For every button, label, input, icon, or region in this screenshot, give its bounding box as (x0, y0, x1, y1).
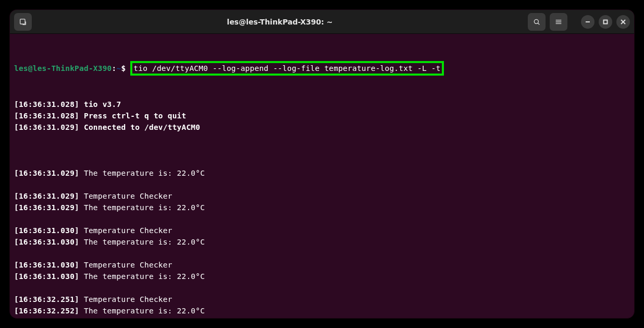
svg-point-3 (534, 19, 538, 23)
output-line: [16:36:32.251] Temperature Checker (14, 294, 630, 305)
output-line: [16:36:31.029] Connected to /dev/ttyACM0 (14, 122, 630, 133)
hamburger-menu-button[interactable] (550, 13, 567, 31)
terminal-body[interactable]: les@les-ThinkPad-X390:~$ tio /dev/ttyACM… (10, 34, 634, 319)
blank-line (14, 282, 630, 294)
blank-line (14, 156, 630, 167)
timestamp: [16:36:31.030] (14, 261, 79, 269)
close-icon (621, 19, 626, 25)
timestamp: [16:36:32.251] (14, 295, 79, 303)
output-line: [16:36:31.028] Press ctrl-t q to quit (14, 110, 630, 122)
maximize-icon (603, 19, 608, 25)
timestamp: [16:36:31.029] (14, 123, 79, 131)
svg-rect-0 (20, 19, 25, 23)
hamburger-icon (554, 18, 563, 26)
timestamp: [16:36:31.030] (14, 238, 79, 246)
svg-rect-9 (604, 20, 608, 23)
output-line: [16:36:31.030] Temperature Checker (14, 259, 630, 271)
output-line: [16:36:31.029] Temperature Checker (14, 190, 630, 202)
output-line: [16:36:31.029] The temperature is: 22.0°… (14, 167, 630, 179)
titlebar: les@les-ThinkPad-X390: ~ (10, 10, 634, 34)
maximize-button[interactable] (599, 15, 612, 29)
terminal-window: les@les-ThinkPad-X390: ~ (9, 9, 635, 319)
highlighted-command: tio /dev/ttyACM0 --log-append --log-file… (130, 61, 443, 76)
window-title: les@les-ThinkPad-X390: ~ (32, 18, 528, 26)
blank-line (14, 179, 630, 190)
output-line: [16:36:31.030] Temperature Checker (14, 225, 630, 236)
svg-line-4 (538, 23, 539, 25)
new-tab-button[interactable] (14, 13, 32, 31)
output-line: [16:36:32.252] The temperature is: 22.0°… (14, 305, 630, 317)
new-tab-icon (19, 18, 27, 26)
prompt-user-host: les@les-ThinkPad-X390 (14, 64, 112, 72)
timestamp: [16:36:31.028] (14, 112, 79, 120)
output-line: [16:36:31.029] The temperature is: 22.0°… (14, 202, 630, 213)
output-line: [16:36:31.030] The temperature is: 22.0°… (14, 236, 630, 248)
blank-line (14, 213, 630, 225)
prompt-dollar: $ (121, 64, 126, 72)
minimize-button[interactable] (581, 15, 595, 29)
timestamp: [16:36:31.029] (14, 169, 79, 177)
timestamp: [16:36:31.030] (14, 226, 79, 235)
close-button[interactable] (616, 15, 630, 29)
timestamp: [16:36:31.029] (14, 192, 79, 200)
search-icon (532, 18, 541, 26)
output-line: [16:36:31.030] The temperature is: 22.0°… (14, 271, 630, 282)
timestamp: [16:36:31.030] (14, 272, 79, 281)
prompt-line: les@les-ThinkPad-X390:~$ tio /dev/ttyACM… (14, 60, 630, 76)
timestamp: [16:36:31.029] (14, 203, 79, 212)
search-button[interactable] (528, 13, 546, 31)
output-line: [16:36:31.028] tio v3.7 (14, 99, 630, 110)
blank-line (14, 248, 630, 259)
minimize-icon (585, 19, 590, 25)
timestamp: [16:36:31.028] (14, 100, 79, 108)
timestamp: [16:36:32.252] (14, 307, 79, 315)
